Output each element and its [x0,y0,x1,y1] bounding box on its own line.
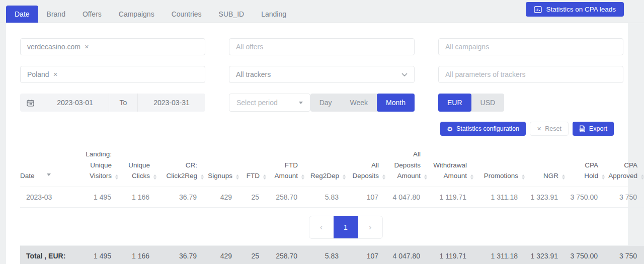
filters-panel: verdecasino.com ✕ Poland ✕ All trackers [20,23,614,112]
column-header-cr-click2reg[interactable]: CR: Click2Reg [156,146,204,187]
tab-brand[interactable]: Brand [38,6,74,23]
currency-usd[interactable]: USD [471,94,505,112]
cell-ftd: 25 [239,187,266,207]
column-header-cpa-approved[interactable]: CPA Approved [605,146,644,187]
sort-icon [522,174,525,180]
filter-caret-icon[interactable] [47,173,51,176]
tracker-params-filter[interactable] [438,66,623,83]
export-label: Export [589,125,607,132]
sort-icon [424,174,427,180]
actions-row: ⚙ Statistics configuration ✕ Reset CSV E… [20,122,614,136]
date-to-field[interactable]: 2023-03-31 [138,94,205,112]
trackers-select[interactable]: All trackers [229,66,415,83]
cell-ngr: 1 323.91 [525,187,565,207]
tab-offers[interactable]: Offers [74,6,110,23]
cell-promotions: 1 311.18 [473,187,525,207]
tab-countries[interactable]: Countries [163,6,210,23]
sort-icon [153,174,156,180]
granularity-month[interactable]: Month [377,94,415,112]
column-header-withdrawal-amount[interactable]: Withdrawal Amount [427,146,473,187]
total-ftd-amount: 258.70 [266,245,304,264]
cpa-button-label: Statistics on CPA leads [546,6,616,13]
currency-toggle: EUR USD [438,94,504,112]
tab-landing[interactable]: Landing [253,6,295,23]
column-header-unique-clicks[interactable]: Unique Clicks [118,146,156,187]
export-file-icon: CSV [579,125,586,132]
reset-button[interactable]: ✕ Reset [530,122,569,136]
column-header-promotions[interactable]: Promotions [473,146,525,187]
sort-icon [263,174,266,180]
statistics-configuration-button[interactable]: ⚙ Statistics configuration [440,122,526,136]
cell-cpa-approved: 3 750 [605,187,644,207]
cell-signups: 429 [204,187,239,207]
totals-table: Total , EUR: 1 495 1 166 36.79 429 25 25… [20,245,644,264]
caret-down-icon [299,102,303,104]
current-page-button[interactable]: 1 [334,216,358,238]
sort-icon [641,174,644,180]
trackers-value: All trackers [236,70,271,78]
remove-brand-tag-icon[interactable]: ✕ [85,44,89,50]
sort-icon [382,174,385,180]
currency-eur[interactable]: EUR [438,94,471,112]
close-icon: ✕ [537,126,541,132]
select-period-dropdown[interactable]: Select period [229,94,310,112]
stats-table: Date Landing: Unique Visitors Unique Cli… [20,146,644,208]
total-row: Total , EUR: 1 495 1 166 36.79 429 25 25… [20,245,644,264]
export-button[interactable]: CSV Export [573,122,614,136]
total-ftd: 25 [239,245,266,264]
granularity-toggle: Day Week Month [310,94,415,112]
offers-filter[interactable] [229,38,415,55]
column-header-unique-visitors[interactable]: Landing: Unique Visitors [66,146,118,187]
column-header-reg2dep[interactable]: Reg2Dep [304,146,346,187]
tab-campaigns[interactable]: Campaigns [110,6,163,23]
total-promotions: 1 311.18 [473,245,525,264]
column-header-ngr[interactable]: NGR [525,146,565,187]
total-cpa-approved: 3 750 [605,245,644,264]
tab-sub-id[interactable]: SUB_ID [210,6,253,23]
campaigns-filter[interactable] [438,38,623,55]
tab-bar: Date Brand Offers Campaigns Countries SU… [0,0,644,23]
cell-withdrawal-amount: 1 119.71 [427,187,473,207]
gear-icon: ⚙ [447,126,453,132]
cell-unique-clicks: 1 166 [118,187,156,207]
granularity-week[interactable]: Week [341,94,377,112]
country-filter[interactable]: Poland ✕ [20,66,205,83]
total-reg2dep: 5.83 [304,245,346,264]
column-header-all-deposits[interactable]: All Deposits [346,146,385,187]
total-all-deposits-amount: 4 047.80 [385,245,427,264]
column-header-ftd[interactable]: FTD [239,146,266,187]
content-card: verdecasino.com ✕ Poland ✕ All trackers [6,23,628,264]
svg-text:CSV: CSV [580,129,584,131]
date-from-field[interactable]: 2023-03-01 [41,94,109,112]
column-header-date[interactable]: Date [20,146,66,187]
granularity-day[interactable]: Day [310,94,341,112]
tracker-params-input[interactable] [445,70,616,78]
date-to-label: To [109,94,138,112]
sort-icon [236,174,239,180]
column-header-all-deposits-amount[interactable]: All Deposits Amount [385,146,427,187]
next-page-button[interactable]: › [358,216,382,238]
total-all-deposits: 107 [346,245,385,264]
date-range-picker[interactable]: 2023-03-01 To 2023-03-31 [20,94,205,112]
tab-date[interactable]: Date [6,6,38,23]
statistics-cpa-leads-button[interactable]: Statistics on CPA leads [526,2,624,17]
cell-reg2dep: 5.83 [304,187,346,207]
header-row: Date Landing: Unique Visitors Unique Cli… [20,146,644,187]
prev-page-button[interactable]: ‹ [309,216,334,238]
column-header-ftd-amount[interactable]: FTD Amount [266,146,304,187]
pagination: ‹ 1 › [309,216,383,239]
campaigns-input[interactable] [445,43,616,51]
bar-chart-icon [534,6,542,13]
total-withdrawal-amount: 1 119.71 [427,245,473,264]
brand-filter[interactable]: verdecasino.com ✕ [20,38,205,55]
cell-cpa-hold: 3 750.00 [565,187,605,207]
column-header-signups[interactable]: Signups [204,146,239,187]
cell-all-deposits-amount: 4 047.80 [385,187,427,207]
cell-cr-click2reg: 36.79 [156,187,204,207]
total-ngr: 1 323.91 [525,245,565,264]
column-header-cpa-hold[interactable]: CPA Hold [565,146,605,187]
cell-unique-visitors: 1 495 [66,187,118,207]
offers-input[interactable] [236,43,408,51]
cell-ftd-amount: 258.70 [266,187,304,207]
remove-country-tag-icon[interactable]: ✕ [53,71,58,78]
